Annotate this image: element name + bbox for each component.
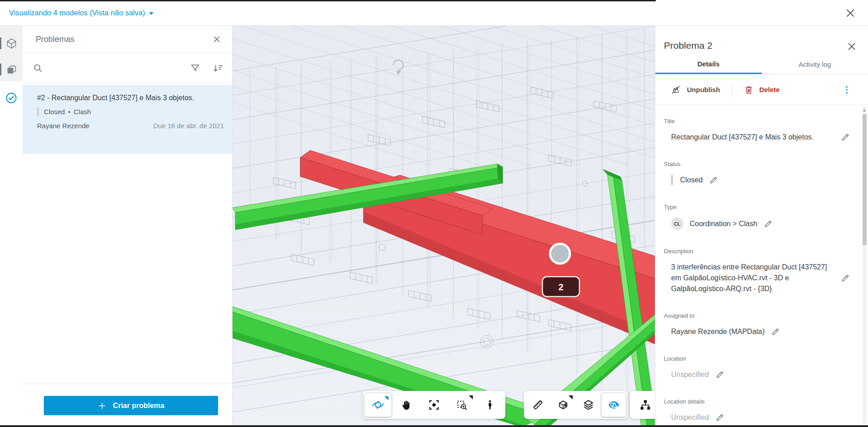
rail-item-sheets-models[interactable] <box>0 58 23 81</box>
detail-scrollbar[interactable] <box>863 107 867 423</box>
tool-section[interactable] <box>551 392 576 418</box>
tool-measure[interactable] <box>525 392 551 418</box>
edit-pencil-icon <box>764 219 773 228</box>
footer-divider <box>23 384 232 384</box>
field-label: Type <box>664 204 859 210</box>
viewer-canvas[interactable]: 2 <box>233 26 655 427</box>
ruler-icon <box>532 399 544 411</box>
close-viewer-button[interactable] <box>844 6 857 20</box>
tool-model-tree[interactable] <box>631 392 655 418</box>
issue-card-due-date: Due 16 de abr. de 2021 <box>153 122 224 130</box>
delete-label: Delete <box>759 86 779 93</box>
plus-icon <box>98 401 107 410</box>
tool-orbit[interactable] <box>364 393 392 417</box>
top-bar: Visualizando 4 modelos (Vista não salva) <box>0 0 868 26</box>
field-label: Description <box>664 248 859 255</box>
bottom-edge-line <box>0 425 868 427</box>
issue-card-status-row: Closed • Clash <box>37 107 224 116</box>
view-switcher-dropdown[interactable]: Visualizando 4 modelos (Vista não salva) <box>9 0 154 26</box>
filter-icon[interactable] <box>190 63 201 74</box>
tool-region-zoom[interactable] <box>448 392 476 418</box>
field-title: Title Rectangular Duct [437527] e Mais 3… <box>664 118 859 143</box>
cube-icon <box>5 37 18 50</box>
section-box-icon <box>557 399 569 411</box>
edit-location-button[interactable] <box>715 370 724 379</box>
edit-title-button[interactable] <box>841 133 850 142</box>
issues-panel: Problemas #2 - Rectangular Duct [437527]… <box>23 26 233 427</box>
model-toolbar-group <box>630 391 655 419</box>
edit-pencil-icon <box>715 370 724 379</box>
viewer-3d[interactable]: 2 <box>233 26 655 427</box>
edit-description-button[interactable] <box>841 274 850 283</box>
close-panel-icon[interactable] <box>211 34 222 45</box>
field-location-details: Location details Unspecified <box>664 398 859 423</box>
scrollbar-up-arrow[interactable] <box>863 109 866 111</box>
rail-item-model-home[interactable] <box>0 32 23 55</box>
field-location-value: Unspecified <box>671 369 709 380</box>
issue-card[interactable]: #2 - Rectangular Duct [437527] e Mais 3 … <box>23 85 232 154</box>
edit-pencil-icon <box>709 176 718 185</box>
unpublish-button[interactable]: Unpublish <box>671 84 720 95</box>
tool-pan[interactable] <box>392 392 420 418</box>
rail-item-issues[interactable] <box>0 87 23 109</box>
field-description-value: 3 interferências entre Rectangular Duct … <box>671 263 827 292</box>
kebab-menu-icon <box>842 84 852 95</box>
detail-panel-header: Problema 2 <box>655 26 868 55</box>
field-title-value: Rectangular Duct [437527] e Mais 3 objet… <box>671 133 814 141</box>
detail-fields: Title Rectangular Duct [437527] e Mais 3… <box>655 105 859 427</box>
edit-status-button[interactable] <box>709 176 718 185</box>
field-type-value: Coordination > Clash <box>690 218 757 229</box>
issue-card-assignee: Rayane Rezende <box>37 122 89 130</box>
detail-panel-title: Problema 2 <box>664 40 712 51</box>
close-detail-panel-button[interactable] <box>845 40 858 53</box>
field-assigned-value: Rayane Rezende (MAPData) <box>671 326 765 337</box>
scrollbar-thumb[interactable] <box>863 114 867 245</box>
field-location-details-value: Unspecified <box>671 412 709 423</box>
edit-location-details-button[interactable] <box>715 413 724 422</box>
region-zoom-icon <box>456 399 468 411</box>
model-tree-icon <box>639 399 652 411</box>
field-label: Location details <box>664 398 859 405</box>
issue-card-type: Clash <box>74 108 91 116</box>
field-label: Location <box>664 355 859 362</box>
tool-fit-view[interactable] <box>420 392 448 418</box>
type-badge: CL <box>671 218 683 230</box>
close-icon <box>845 7 856 19</box>
search-icon[interactable] <box>33 63 43 74</box>
field-location: Location Unspecified <box>664 355 859 380</box>
issue-detail-panel: Problema 2 Details Activity log Unpublis… <box>655 26 868 427</box>
issue-count-label: 2 <box>558 282 563 292</box>
more-options-button[interactable] <box>842 84 852 95</box>
issues-panel-header: Problemas <box>23 26 232 53</box>
sort-icon[interactable] <box>212 63 224 74</box>
detail-actions-row: Unpublish Delete <box>655 74 868 105</box>
unpublish-icon <box>671 84 681 95</box>
issue-card-title: #2 - Rectangular Duct [437527] e Mais 3 … <box>37 93 198 102</box>
delete-button[interactable]: Delete <box>744 85 779 95</box>
tab-details[interactable]: Details <box>655 55 762 74</box>
levels-stack-icon <box>582 399 595 411</box>
tool-clash-display[interactable] <box>601 393 626 417</box>
create-issue-button[interactable]: Criar problema <box>44 396 218 415</box>
edit-assigned-button[interactable] <box>771 327 780 336</box>
fit-view-icon <box>428 399 440 411</box>
top-edge-line <box>0 0 656 1</box>
edit-pencil-icon <box>841 274 850 283</box>
field-label: Status <box>664 161 859 167</box>
edit-pencil-icon <box>715 413 724 422</box>
edit-pencil-icon <box>771 327 780 336</box>
edit-type-button[interactable] <box>764 219 773 228</box>
field-status: Status Closed <box>664 161 859 186</box>
tool-levels[interactable] <box>576 392 601 418</box>
first-person-icon <box>484 399 496 411</box>
issue-card-status: Closed <box>44 108 65 116</box>
issues-search-row <box>23 53 232 83</box>
issues-panel-title: Problemas <box>36 35 211 44</box>
actions-separator <box>732 83 732 97</box>
create-issue-label: Criar problema <box>113 402 164 410</box>
clash-display-eye-icon <box>607 398 621 412</box>
tab-activity-log[interactable]: Activity log <box>762 55 868 74</box>
field-label: Assigned to <box>664 312 859 319</box>
tool-first-person[interactable] <box>476 392 504 418</box>
orbit-icon <box>371 398 385 412</box>
